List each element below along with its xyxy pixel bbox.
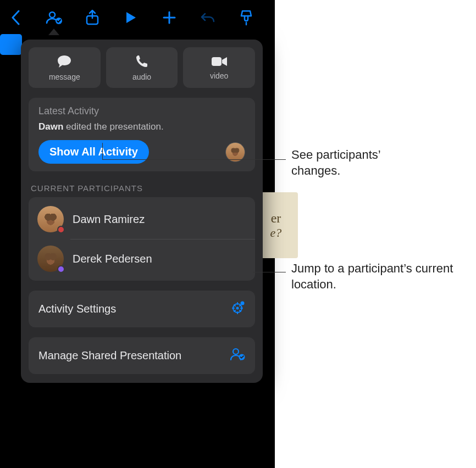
undo-button[interactable]: [199, 9, 217, 26]
comms-row: message audio video: [29, 47, 255, 88]
callout-jump-location: Jump to a participant’s current location…: [291, 261, 467, 292]
manage-shared-presentation-button[interactable]: Manage Shared Presentation: [29, 337, 255, 374]
callout-leader: [102, 143, 103, 159]
participant-row-derek[interactable]: Derek Pedersen: [29, 239, 255, 278]
phone-icon: [135, 54, 149, 70]
svg-point-6: [241, 302, 245, 305]
video-icon: [211, 55, 228, 69]
manage-shared-label: Manage Shared Presentation: [38, 349, 181, 362]
latest-activity-header: Latest Activity: [38, 105, 245, 117]
participant-name: Dawn Ramirez: [73, 213, 145, 226]
gear-dot-icon: [231, 300, 245, 317]
add-button[interactable]: [160, 9, 178, 26]
bg-text-2: e?: [270, 226, 282, 240]
activity-settings-label: Activity Settings: [38, 303, 116, 315]
latest-activity-text: Dawn edited the presentation.: [38, 121, 245, 132]
svg-rect-3: [212, 57, 222, 66]
show-all-activity-button[interactable]: Show All Activity: [38, 140, 149, 164]
collaboration-button[interactable]: [45, 9, 63, 26]
participant-name: Derek Pedersen: [73, 253, 152, 265]
people-check-icon: [230, 347, 245, 364]
participants-list: Dawn Ramirez Derek Pedersen: [29, 197, 255, 281]
video-button[interactable]: video: [183, 47, 255, 88]
message-button[interactable]: message: [29, 47, 101, 88]
popover-caret: [48, 29, 59, 35]
message-icon: [56, 54, 73, 70]
presence-indicator: [57, 226, 65, 233]
callout-leader: [102, 159, 286, 160]
avatar: [37, 246, 64, 272]
avatar: [37, 206, 64, 232]
presence-indicator: [57, 265, 65, 273]
audio-button[interactable]: audio: [106, 47, 178, 88]
video-label: video: [210, 71, 228, 80]
svg-point-7: [233, 349, 239, 354]
back-button[interactable]: [7, 9, 24, 26]
participant-row-dawn[interactable]: Dawn Ramirez: [29, 199, 255, 239]
audio-label: audio: [132, 73, 151, 81]
current-participants-header: CURRENT PARTICIPANTS: [31, 183, 253, 193]
device-frame: er e? message audio video: [0, 0, 275, 468]
bg-text-1: er: [271, 211, 281, 226]
latest-activity-rest: edited the presentation.: [63, 121, 163, 132]
top-toolbar: [0, 0, 275, 33]
share-button[interactable]: [84, 9, 101, 26]
callout-see-changes: See participants’ changes.: [291, 147, 412, 179]
latest-activity-section: Latest Activity Dawn edited the presenta…: [29, 98, 255, 171]
play-button[interactable]: [122, 9, 140, 26]
message-label: message: [49, 73, 80, 81]
latest-activity-user: Dawn: [38, 121, 63, 132]
sidebar-tab-indicator: [0, 34, 22, 55]
svg-point-5: [236, 307, 239, 310]
activity-settings-button[interactable]: Activity Settings: [29, 291, 255, 327]
collaboration-popover: message audio video Latest Activity Dawn…: [21, 40, 263, 383]
format-brush-button[interactable]: [237, 9, 255, 26]
svg-point-0: [49, 12, 55, 18]
callout-leader: [253, 272, 286, 272]
